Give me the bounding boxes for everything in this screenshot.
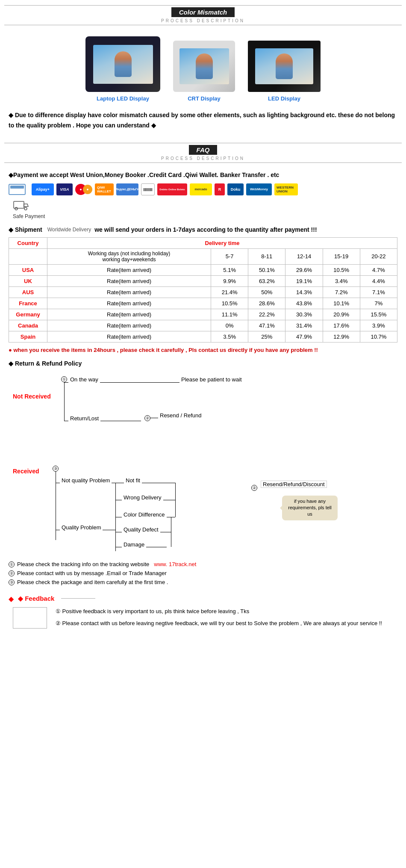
payment-logos: Alipay+ VISA ● ● QIWI WALLET Яндекс.ДЕНЬ… — [32, 183, 298, 195]
th-country: Country — [9, 237, 47, 248]
person-image-crt — [196, 53, 213, 79]
webmoney-logo: WebMoney — [246, 183, 272, 195]
boleto2-logo: Debito Online Boleto — [157, 183, 187, 195]
crt-image — [173, 41, 235, 92]
circle-2b: ② — [251, 485, 257, 491]
note-1-link[interactable]: www. 17track.net — [154, 561, 196, 567]
laptop-image — [85, 36, 160, 92]
laptop-screen — [93, 45, 153, 84]
resend-refund-label: Resend / Refund — [158, 412, 203, 419]
on-the-way-label: On the way — [68, 376, 100, 383]
note-1-num: ① — [9, 561, 15, 567]
note-1-text: Please check the tracking info on the tr… — [17, 561, 149, 567]
feedback-section: ◆ ◆ Feedback ① Positive feedback is very… — [0, 588, 406, 637]
faq-subtitle: PROCESS DESCRIPTION — [0, 156, 406, 161]
vline-right-bracket — [171, 517, 171, 547]
not-quality-label: Not quality Problem — [60, 477, 112, 484]
faq-section-header: FAQ PROCESS DESCRIPTION — [0, 138, 406, 166]
tooltip-text: if you have any requirements, pls tell u… — [288, 499, 332, 517]
not-received-label: Not Received — [13, 393, 51, 400]
delivery-table: Country Delivery time Working days (not … — [9, 237, 397, 342]
table-row: AUS Rate(item arrived) 21.4% 50% 14.3% 7… — [9, 286, 397, 298]
note-3-num: ③ — [9, 579, 15, 585]
resend-refund-discount-label: Resend/Refund/Discount — [261, 481, 327, 488]
please-wait-label: Please be patient to wait — [179, 376, 244, 383]
display-section: Laptop LED Display CRT Display LED Displ… — [0, 29, 406, 106]
top-divider — [4, 5, 402, 6]
not-fit-label: Not fit — [124, 477, 142, 484]
note-3: ③ Please check the package and item care… — [9, 579, 397, 585]
vline-notfit-down — [175, 483, 176, 517]
notes-section: ① Please check the tracking info on the … — [0, 558, 406, 585]
header-section: Color Mismatch PROCESS DESCRIPTION — [0, 0, 406, 29]
display-item-laptop: Laptop LED Display — [85, 36, 160, 102]
vline-qd-dam — [115, 517, 116, 547]
th-delivery-time: Delivery time — [47, 237, 397, 248]
feedback-title: ◆ Feedback — [18, 595, 54, 602]
circle-3: ③ — [53, 466, 59, 472]
note-1: ① Please check the tracking info on the … — [9, 561, 397, 567]
sub-th-8-11: 8-11 — [248, 248, 285, 264]
return-section: ◆ Return & Refund Policy Not Received ① … — [0, 357, 406, 558]
crt-screen — [179, 48, 229, 84]
note-3-text: Please check the package and item carefu… — [17, 579, 168, 585]
feedback-header: ◆ ◆ Feedback — [9, 595, 397, 603]
color-diff-label: Color Diifference — [122, 511, 167, 518]
table-row: Spain Rate(item arrived) 3.5% 25% 47.9% … — [9, 331, 397, 342]
display-item-led: LED Display — [248, 41, 321, 102]
led-label: LED Display — [248, 95, 321, 102]
qiwi-logo: QIWI WALLET — [95, 183, 114, 195]
bottom-divider — [4, 25, 402, 25]
shipment-line: ◆ Shipment Worldwide Delivery we will se… — [9, 226, 397, 233]
return-lost-label: Return/Lost — [68, 415, 100, 422]
wrong-delivery-label: Wrong Delivery — [122, 494, 163, 501]
damage-label: Damage — [122, 541, 146, 548]
shipment-title: ◆ Shipment — [9, 226, 42, 233]
payment-card-icon — [9, 184, 26, 195]
table-row: USA Rate(item arrived) 5.1% 50.1% 29.6% … — [9, 264, 397, 275]
card-stripe — [10, 186, 24, 189]
person-image-led — [276, 53, 293, 79]
mc2-logo: ● — [83, 185, 92, 194]
feedback-diamond: ◆ — [9, 595, 14, 603]
crt-label: CRT Display — [173, 95, 235, 102]
mismatch-note: ◆ Due to difference display have color m… — [0, 106, 406, 138]
payment-section: ◆Payment we accept West Union,Money Book… — [0, 166, 406, 223]
person-image-laptop — [115, 51, 132, 77]
check-notice: ● when you receive the items in 24hours … — [0, 342, 406, 357]
header-subtitle: PROCESS DESCRIPTION — [0, 18, 406, 23]
mercado-logo: mercado — [190, 183, 212, 195]
table-row: Canada Rate(item arrived) 0% 47.1% 31.4%… — [9, 320, 397, 331]
check-notice-text: ● when you receive the items in 24hours … — [9, 347, 318, 353]
circle-2a: ② — [144, 415, 150, 421]
alipay-logo: Alipay+ — [32, 183, 54, 195]
svg-rect-0 — [14, 201, 24, 208]
worldwide-label: Worldwide Delivery — [47, 227, 91, 233]
wu-logo: WESTERN UNION — [274, 183, 298, 195]
shipment-section: ◆ Shipment Worldwide Delivery we will se… — [0, 223, 406, 233]
table-row: Germany Rate(item arrived) 11.1% 22.2% 3… — [9, 309, 397, 320]
svg-point-1 — [15, 207, 18, 210]
truck-icon — [13, 198, 30, 211]
payment-title: ◆Payment we accept West Union,Money Book… — [9, 171, 397, 178]
feedback-line — [61, 598, 95, 599]
laptop-label: Laptop LED Display — [85, 95, 160, 102]
sub-th-blank — [9, 248, 47, 264]
visa-logo: VISA — [56, 183, 73, 195]
note-2-text: Please contact with us by message .Email… — [17, 570, 167, 576]
sub-th-20-22: 20-22 — [360, 248, 397, 264]
note-2-num: ② — [9, 570, 15, 576]
tooltip-bubble: if you have any requirements, pls tell u… — [282, 496, 338, 520]
quality-defect-label: Quality Defect — [122, 526, 160, 533]
header-title-box: Color Mismatch — [171, 7, 235, 17]
note-2: ② Please contact with us by message .Ema… — [9, 570, 397, 576]
faq-divider-bottom — [4, 162, 402, 163]
led-image — [248, 41, 321, 92]
sub-th-15-19: 15-19 — [323, 248, 360, 264]
feedback-texts: ① Positive feedback is very important to… — [56, 607, 382, 629]
boleto-logo: ||||||||||| — [141, 183, 155, 195]
faq-title-box: FAQ — [189, 145, 218, 155]
svg-point-2 — [24, 207, 27, 210]
r-logo: R — [215, 183, 225, 195]
feedback-note1: ① Positive feedback is very important to… — [56, 607, 382, 616]
